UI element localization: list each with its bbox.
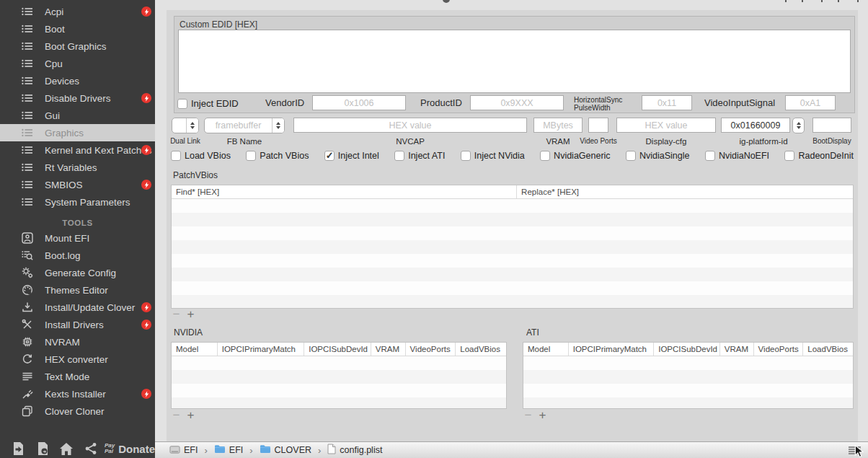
boot-display-input[interactable]: [812, 118, 851, 133]
ati-table[interactable]: Model IOPCIPrimaryMatch IOPCISubDevId VR…: [523, 342, 854, 409]
checkbox-label: Inject Intel: [338, 151, 379, 161]
stepper-arrows-icon[interactable]: [272, 118, 284, 133]
ati-table-body[interactable]: [523, 356, 853, 408]
breadcrumb-item[interactable]: EFI: [184, 445, 198, 455]
add-row-button[interactable]: +: [186, 310, 195, 320]
sidebar-item-boot[interactable]: Boot: [0, 20, 155, 38]
inject-nvidia-checkbox[interactable]: Inject NVidia: [461, 151, 525, 161]
export-config-icon[interactable]: [30, 441, 55, 456]
sidebar-item-graphics[interactable]: Graphics: [0, 124, 155, 141]
sidebar-nav: Acpi Boot Boot Graphics Cpu Devices: [0, 0, 155, 211]
nvidia-generic-checkbox[interactable]: NvidiaGeneric: [540, 151, 611, 161]
nvidia-table-header: Model IOPCIPrimaryMatch IOPCISubDevId VR…: [172, 343, 506, 356]
vram-label: VRAM: [536, 137, 580, 146]
file-icon: [327, 444, 336, 457]
checkbox-box[interactable]: [171, 151, 181, 161]
patchvbios-table-body[interactable]: [172, 199, 853, 308]
column-header: Find* [HEX]: [172, 185, 517, 198]
radeon-deinit-checkbox[interactable]: RadeonDeInit: [784, 151, 853, 161]
display-cfg-input[interactable]: [616, 118, 716, 133]
nvidia-table[interactable]: Model IOPCIPrimaryMatch IOPCISubDevId VR…: [171, 342, 507, 409]
fb-name-input[interactable]: [205, 118, 272, 133]
sidebar-item-disable-drivers[interactable]: Disable Drivers: [0, 89, 155, 107]
remove-row-button[interactable]: −: [172, 411, 181, 420]
import-config-icon[interactable]: [6, 441, 30, 456]
checkbox-box[interactable]: [784, 151, 794, 161]
stepper-arrows-icon[interactable]: [792, 118, 805, 133]
sidebar-item-rt-variables[interactable]: Rt Variables: [0, 159, 155, 176]
checkbox-label: RadeonDeInit: [798, 151, 853, 161]
add-row-button[interactable]: +: [538, 411, 547, 420]
checkbox-box[interactable]: [394, 151, 404, 161]
checkbox-box[interactable]: [540, 151, 550, 161]
sidebar-item-label: Kernel and Kext Patches: [22, 145, 152, 156]
nvcap-input[interactable]: [293, 118, 527, 133]
sidebar-item-install-update-clover[interactable]: Install/Update Clover: [0, 299, 155, 316]
column-header: VRAM: [371, 343, 406, 356]
inject-ati-checkbox[interactable]: Inject ATI: [394, 151, 445, 161]
custom-edid-textarea[interactable]: [178, 30, 851, 93]
hex-converter-icon: [22, 353, 33, 365]
sidebar-item-hex-converter[interactable]: HEX converter: [0, 351, 155, 368]
breadcrumb-item[interactable]: EFI: [229, 445, 243, 455]
fb-name-combo[interactable]: [204, 118, 285, 133]
sidebar-item-themes-editor[interactable]: Themes Editor: [0, 281, 155, 299]
column-header: IOPCISubDevId: [654, 343, 720, 356]
sidebar-item-kernel-kext-patches[interactable]: Kernel and Kext Patches: [0, 141, 155, 159]
share-icon[interactable]: [79, 442, 103, 455]
breadcrumb-item[interactable]: CLOVER: [275, 445, 311, 455]
video-ports-input[interactable]: [588, 118, 608, 133]
nvidia-single-checkbox[interactable]: NvidiaSingle: [626, 151, 689, 161]
donate-button[interactable]: Donate: [118, 443, 155, 455]
sidebar-item-text-mode[interactable]: Text Mode: [0, 368, 155, 385]
product-id-input[interactable]: [470, 95, 564, 110]
patch-vbios-checkbox[interactable]: Patch VBios: [246, 151, 309, 161]
home-icon[interactable]: [54, 442, 79, 456]
breadcrumb-item[interactable]: config.plist: [340, 445, 382, 455]
sidebar-item-acpi[interactable]: Acpi: [0, 3, 155, 20]
vram-input[interactable]: [533, 118, 583, 133]
remove-row-button[interactable]: −: [172, 310, 181, 320]
sidebar-item-nvram[interactable]: NVRAM: [0, 333, 155, 351]
nvidia-table-body[interactable]: [172, 356, 506, 408]
sidebar-item-generate-config[interactable]: Generate Config: [0, 264, 155, 281]
inject-intel-checkbox[interactable]: Inject Intel: [324, 151, 379, 161]
sidebar-item-devices[interactable]: Devices: [0, 72, 155, 89]
sidebar-item-clover-cloner[interactable]: Clover Cloner: [0, 402, 155, 420]
patchvbios-table[interactable]: Find* [HEX] Replace* [HEX]: [171, 185, 854, 309]
checkbox-box[interactable]: [461, 151, 471, 161]
sidebar-item-system-parameters[interactable]: System Parameters: [0, 193, 155, 211]
horizontal-sync-input[interactable]: [642, 95, 692, 110]
inject-edid-checkbox[interactable]: Inject EDID: [177, 98, 239, 109]
sidebar-item-mount-efi[interactable]: Mount EFI: [0, 229, 155, 247]
sidebar-item-cpu[interactable]: Cpu: [0, 55, 155, 72]
checkbox-box[interactable]: [705, 151, 715, 161]
sidebar-item-label: Themes Editor: [22, 285, 108, 296]
sidebar-item-gui[interactable]: Gui: [0, 107, 155, 124]
paypal-icon[interactable]: PayPal: [105, 443, 115, 454]
breadcrumb: EFI › EFI › CLOVER › config.plist: [169, 444, 382, 457]
checkbox-box[interactable]: [177, 99, 187, 109]
load-vbios-checkbox[interactable]: Load VBios: [171, 151, 231, 161]
kexts-installer-icon: [22, 388, 33, 400]
remove-row-button[interactable]: −: [523, 411, 533, 420]
video-input-signal-input[interactable]: [785, 95, 836, 110]
sidebar-item-kexts-installer[interactable]: Kexts Installer: [0, 385, 155, 402]
checkbox-box[interactable]: [626, 151, 636, 161]
dual-link-stepper[interactable]: [172, 118, 199, 133]
sidebar-item-boot-log[interactable]: Boot.log: [0, 247, 155, 264]
toolbar-artifact: [838, 0, 839, 2]
ig-platform-id-input[interactable]: [721, 118, 790, 133]
sidebar-item-boot-graphics[interactable]: Boot Graphics: [0, 38, 155, 55]
sidebar-item-install-drivers[interactable]: Install Drivers: [0, 316, 155, 333]
checkbox-box[interactable]: [324, 151, 335, 161]
vendor-id-input[interactable]: [312, 95, 406, 110]
checkbox-box[interactable]: [246, 151, 256, 161]
dual-link-value[interactable]: [172, 118, 186, 133]
add-row-button[interactable]: +: [186, 411, 195, 420]
vendor-id-label: VendorID: [265, 95, 304, 111]
nvidia-noefi-checkbox[interactable]: NvidiaNoEFI: [705, 151, 769, 161]
stepper-arrows-icon[interactable]: [186, 118, 198, 133]
sidebar-item-smbios[interactable]: SMBIOS: [0, 176, 155, 193]
list-icon: [22, 76, 32, 85]
